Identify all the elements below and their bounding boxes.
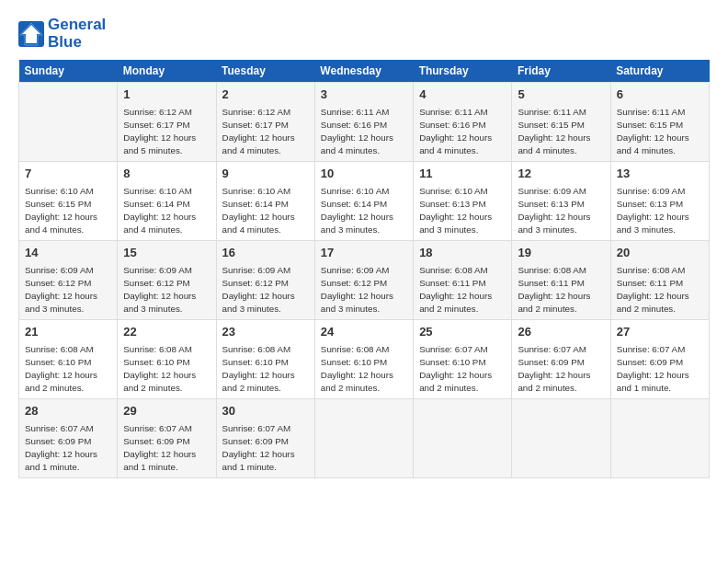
calendar-cell: 10Sunrise: 6:10 AM Sunset: 6:14 PM Dayli…	[314, 162, 413, 241]
calendar-cell: 20Sunrise: 6:08 AM Sunset: 6:11 PM Dayli…	[610, 241, 709, 320]
calendar-cell: 27Sunrise: 6:07 AM Sunset: 6:09 PM Dayli…	[610, 320, 709, 399]
day-number: 15	[123, 245, 210, 261]
day-number: 5	[518, 86, 604, 103]
calendar-table: SundayMondayTuesdayWednesdayThursdayFrid…	[18, 60, 710, 478]
calendar-cell: 2Sunrise: 6:12 AM Sunset: 6:17 PM Daylig…	[216, 83, 314, 162]
day-info: Sunrise: 6:12 AM Sunset: 6:17 PM Dayligh…	[123, 106, 210, 158]
calendar-cell: 18Sunrise: 6:08 AM Sunset: 6:11 PM Dayli…	[414, 241, 512, 320]
calendar-cell: 1Sunrise: 6:12 AM Sunset: 6:17 PM Daylig…	[118, 83, 216, 162]
day-header-monday: Monday	[118, 60, 216, 83]
calendar-cell: 9Sunrise: 6:10 AM Sunset: 6:14 PM Daylig…	[216, 162, 314, 241]
calendar-cell: 17Sunrise: 6:09 AM Sunset: 6:12 PM Dayli…	[314, 241, 413, 320]
calendar-cell: 16Sunrise: 6:09 AM Sunset: 6:12 PM Dayli…	[216, 241, 314, 320]
day-number: 13	[617, 166, 703, 182]
day-header-saturday: Saturday	[610, 60, 709, 83]
day-info: Sunrise: 6:09 AM Sunset: 6:13 PM Dayligh…	[518, 185, 604, 237]
day-info: Sunrise: 6:08 AM Sunset: 6:10 PM Dayligh…	[222, 343, 309, 396]
calendar-cell: 13Sunrise: 6:09 AM Sunset: 6:13 PM Dayli…	[610, 162, 709, 241]
calendar-cell: 15Sunrise: 6:09 AM Sunset: 6:12 PM Dayli…	[118, 241, 216, 320]
day-info: Sunrise: 6:08 AM Sunset: 6:10 PM Dayligh…	[25, 343, 111, 396]
calendar-cell: 4Sunrise: 6:11 AM Sunset: 6:16 PM Daylig…	[414, 83, 512, 162]
page: General Blue SundayMondayTuesdayWednesda…	[0, 0, 728, 488]
week-row-2: 7Sunrise: 6:10 AM Sunset: 6:15 PM Daylig…	[19, 162, 710, 241]
day-number: 18	[419, 245, 506, 261]
week-row-3: 14Sunrise: 6:09 AM Sunset: 6:12 PM Dayli…	[19, 241, 710, 320]
day-number: 28	[25, 403, 111, 419]
day-number: 24	[321, 324, 407, 340]
day-info: Sunrise: 6:09 AM Sunset: 6:12 PM Dayligh…	[25, 264, 111, 316]
day-number: 3	[321, 86, 407, 103]
calendar-cell: 19Sunrise: 6:08 AM Sunset: 6:11 PM Dayli…	[512, 241, 610, 320]
calendar-cell: 21Sunrise: 6:08 AM Sunset: 6:10 PM Dayli…	[19, 320, 118, 399]
day-header-tuesday: Tuesday	[216, 60, 314, 83]
calendar-cell: 8Sunrise: 6:10 AM Sunset: 6:14 PM Daylig…	[118, 162, 216, 241]
day-info: Sunrise: 6:08 AM Sunset: 6:10 PM Dayligh…	[321, 343, 407, 396]
calendar-cell	[512, 399, 610, 478]
day-info: Sunrise: 6:11 AM Sunset: 6:16 PM Dayligh…	[321, 106, 407, 158]
calendar-cell: 12Sunrise: 6:09 AM Sunset: 6:13 PM Dayli…	[512, 162, 610, 241]
calendar-cell: 24Sunrise: 6:08 AM Sunset: 6:10 PM Dayli…	[314, 320, 413, 399]
day-number: 25	[419, 324, 506, 340]
day-number: 23	[222, 324, 309, 340]
calendar-cell: 25Sunrise: 6:07 AM Sunset: 6:10 PM Dayli…	[414, 320, 512, 399]
day-info: Sunrise: 6:11 AM Sunset: 6:16 PM Dayligh…	[419, 106, 506, 158]
day-number: 14	[25, 245, 111, 261]
day-info: Sunrise: 6:10 AM Sunset: 6:14 PM Dayligh…	[222, 185, 309, 237]
calendar-cell: 28Sunrise: 6:07 AM Sunset: 6:09 PM Dayli…	[19, 399, 118, 478]
day-info: Sunrise: 6:12 AM Sunset: 6:17 PM Dayligh…	[222, 106, 309, 158]
day-header-friday: Friday	[512, 60, 610, 83]
day-info: Sunrise: 6:10 AM Sunset: 6:15 PM Dayligh…	[25, 185, 111, 237]
calendar-cell: 14Sunrise: 6:09 AM Sunset: 6:12 PM Dayli…	[19, 241, 118, 320]
day-number: 1	[123, 86, 210, 103]
calendar-cell: 29Sunrise: 6:07 AM Sunset: 6:09 PM Dayli…	[118, 399, 216, 478]
calendar-cell: 30Sunrise: 6:07 AM Sunset: 6:09 PM Dayli…	[216, 399, 314, 478]
calendar-cell: 11Sunrise: 6:10 AM Sunset: 6:13 PM Dayli…	[414, 162, 512, 241]
day-number: 21	[25, 324, 111, 340]
day-number: 9	[222, 166, 309, 182]
day-number: 10	[321, 166, 407, 182]
day-number: 22	[123, 324, 210, 340]
day-number: 29	[123, 403, 210, 419]
calendar-cell	[610, 399, 709, 478]
calendar-cell	[414, 399, 512, 478]
calendar-cell: 3Sunrise: 6:11 AM Sunset: 6:16 PM Daylig…	[314, 83, 413, 162]
day-info: Sunrise: 6:10 AM Sunset: 6:13 PM Dayligh…	[419, 185, 506, 237]
day-info: Sunrise: 6:08 AM Sunset: 6:11 PM Dayligh…	[419, 264, 506, 316]
day-number: 30	[222, 403, 309, 419]
day-number: 20	[617, 245, 703, 261]
day-info: Sunrise: 6:07 AM Sunset: 6:09 PM Dayligh…	[518, 343, 604, 396]
logo-icon	[18, 21, 44, 47]
header: General Blue	[18, 17, 710, 51]
day-number: 2	[222, 86, 309, 103]
day-info: Sunrise: 6:08 AM Sunset: 6:11 PM Dayligh…	[518, 264, 604, 316]
day-info: Sunrise: 6:08 AM Sunset: 6:11 PM Dayligh…	[617, 264, 703, 316]
calendar-cell: 7Sunrise: 6:10 AM Sunset: 6:15 PM Daylig…	[19, 162, 118, 241]
week-row-4: 21Sunrise: 6:08 AM Sunset: 6:10 PM Dayli…	[19, 320, 710, 399]
logo-text: General Blue	[48, 17, 106, 51]
day-number: 11	[419, 166, 506, 182]
day-info: Sunrise: 6:10 AM Sunset: 6:14 PM Dayligh…	[321, 185, 407, 237]
day-info: Sunrise: 6:09 AM Sunset: 6:12 PM Dayligh…	[123, 264, 210, 316]
day-number: 16	[222, 245, 309, 261]
day-number: 19	[518, 245, 604, 261]
calendar-cell: 22Sunrise: 6:08 AM Sunset: 6:10 PM Dayli…	[118, 320, 216, 399]
day-number: 27	[617, 324, 703, 340]
day-number: 6	[617, 86, 703, 103]
calendar-cell: 23Sunrise: 6:08 AM Sunset: 6:10 PM Dayli…	[216, 320, 314, 399]
logo: General Blue	[18, 17, 106, 51]
day-info: Sunrise: 6:11 AM Sunset: 6:15 PM Dayligh…	[617, 106, 703, 158]
day-info: Sunrise: 6:09 AM Sunset: 6:12 PM Dayligh…	[321, 264, 407, 316]
calendar-header-row: SundayMondayTuesdayWednesdayThursdayFrid…	[19, 60, 710, 83]
day-info: Sunrise: 6:09 AM Sunset: 6:13 PM Dayligh…	[617, 185, 703, 237]
day-info: Sunrise: 6:07 AM Sunset: 6:10 PM Dayligh…	[419, 343, 506, 396]
calendar-cell: 6Sunrise: 6:11 AM Sunset: 6:15 PM Daylig…	[610, 83, 709, 162]
week-row-1: 1Sunrise: 6:12 AM Sunset: 6:17 PM Daylig…	[19, 83, 710, 162]
calendar-cell	[314, 399, 413, 478]
day-info: Sunrise: 6:07 AM Sunset: 6:09 PM Dayligh…	[222, 422, 309, 475]
calendar-cell: 5Sunrise: 6:11 AM Sunset: 6:15 PM Daylig…	[512, 83, 610, 162]
week-row-5: 28Sunrise: 6:07 AM Sunset: 6:09 PM Dayli…	[19, 399, 710, 478]
day-number: 4	[419, 86, 506, 103]
day-number: 17	[321, 245, 407, 261]
day-header-sunday: Sunday	[19, 60, 118, 83]
day-number: 7	[25, 166, 111, 182]
